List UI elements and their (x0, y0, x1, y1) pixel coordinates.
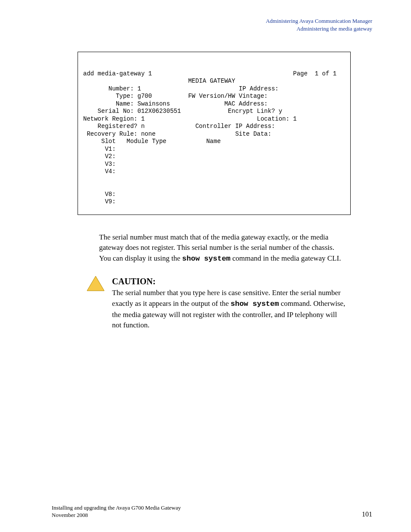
caution-text: CAUTION: The serial number that you type… (112, 275, 346, 331)
value-recovery: none (141, 131, 156, 137)
page: Administering Avaya Communication Manage… (0, 0, 411, 532)
value-encrypt: y (279, 108, 282, 115)
label-location: Location: (257, 115, 290, 122)
para1b: command in the media gateway CLI. (230, 254, 341, 262)
label-serial: Serial No: (98, 108, 134, 115)
slot-v8: V8: (105, 191, 115, 198)
footer-left: Installing and upgrading the Avaya G700 … (52, 504, 181, 519)
value-location: 1 (293, 115, 296, 122)
label-registered: Registered? (98, 123, 137, 130)
slot-v9: V9: (105, 198, 115, 205)
col-module: Module Type (127, 138, 166, 145)
header-link-1: Administering Avaya Communication Manage… (266, 17, 372, 25)
label-type: Type: (116, 93, 134, 100)
value-number: 1 (137, 85, 141, 92)
cmd-show-system-1: show system (182, 255, 230, 263)
value-network-region: 1 (141, 115, 144, 122)
cmd-show-system-2: show system (230, 300, 279, 308)
label-network-region: Network Region: (83, 115, 137, 122)
footer: Installing and upgrading the Avaya G700 … (0, 504, 411, 519)
caution-label: CAUTION: (112, 275, 346, 288)
body-paragraph-1: The serial number must match that of the… (99, 232, 346, 264)
slot-v1: V1: (105, 146, 115, 152)
value-registered: n (141, 123, 144, 130)
value-type: g700 (137, 93, 152, 100)
label-mac: MAC Address: (224, 100, 268, 107)
value-serial: 012X06230551 (137, 108, 181, 115)
footer-page-number: 101 (362, 510, 372, 519)
value-name: Swainsons (137, 100, 170, 107)
caution-block: CAUTION: The serial number that you type… (86, 275, 346, 331)
slot-v2: V2: (105, 153, 115, 160)
label-recovery: Recovery Rule: (87, 131, 137, 137)
label-ip: IP Address: (239, 85, 278, 92)
terminal-page-indicator: Page 1 of 1 (293, 70, 336, 77)
footer-date: November 2008 (52, 512, 181, 519)
terminal-command: add media-gateway 1 (83, 70, 152, 77)
svg-marker-0 (87, 276, 104, 291)
col-slot: Slot (101, 138, 116, 145)
label-number: Number: (109, 85, 134, 92)
label-fw: FW Version/HW Vintage: (188, 93, 268, 100)
slot-v4: V4: (105, 168, 115, 175)
label-name: Name: (116, 100, 134, 107)
label-site: Site Data: (235, 131, 271, 137)
slot-v3: V3: (105, 161, 115, 168)
terminal-title: MEDIA GATEWAY (188, 78, 235, 84)
label-encrypt: Encrypt Link? (228, 108, 275, 115)
footer-title: Installing and upgrading the Avaya G700 … (52, 504, 181, 512)
caution-icon (86, 275, 105, 294)
col-name: Name (206, 138, 221, 145)
terminal-screen: add media-gateway 1 Page 1 of 1 MEDIA GA… (78, 52, 351, 215)
label-controller: Controller IP Address: (195, 123, 275, 130)
header-links: Administering Avaya Communication Manage… (266, 17, 372, 33)
header-link-2: Administering the media gateway (266, 25, 372, 33)
